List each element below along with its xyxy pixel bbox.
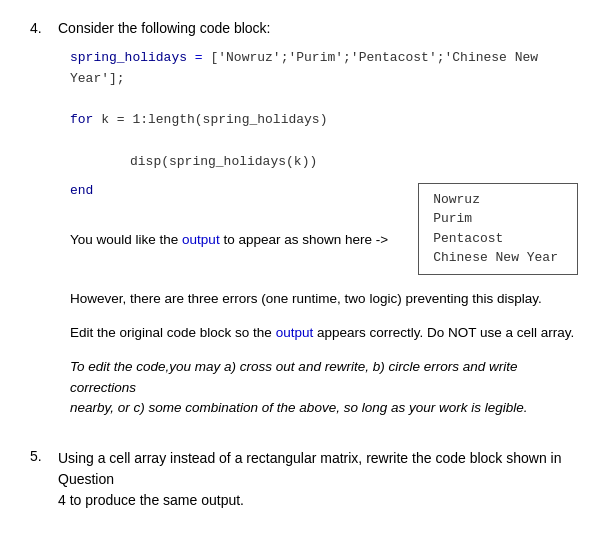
error-para-text: However, there are three errors (one run… bbox=[70, 291, 542, 306]
keyword-end: end bbox=[70, 183, 93, 198]
instructions-text: To edit the code,you may a) cross out an… bbox=[70, 359, 527, 415]
output-line-3: Pentacost bbox=[433, 229, 563, 249]
edit-paragraph: Edit the original code block so the outp… bbox=[70, 323, 579, 343]
output-word: output bbox=[182, 232, 220, 247]
output-box: Nowruz Purim Pentacost Chinese New Year bbox=[418, 183, 578, 275]
edit-para-start: Edit the original code block so the bbox=[70, 325, 276, 340]
var-spring-holidays: spring_holidays bbox=[70, 50, 187, 65]
would-like-text-before: You would like the bbox=[70, 232, 182, 247]
question-4-block: 4. Consider the following code block: sp… bbox=[30, 20, 579, 418]
question-5-block: 5. Using a cell array instead of a recta… bbox=[30, 448, 579, 511]
output-line-2: Purim bbox=[433, 209, 563, 229]
code-block: spring_holidays = ['Nowruz';'Purim';'Pen… bbox=[70, 48, 579, 173]
end-and-would-like: end You would like the output to appear … bbox=[70, 183, 398, 247]
edit-output-word: output bbox=[276, 325, 314, 340]
code-line-for: for k = 1:length(spring_holidays) bbox=[70, 110, 579, 131]
question-4-intro: Consider the following code block: bbox=[58, 20, 270, 36]
code-line-1: spring_holidays = ['Nowruz';'Purim';'Pen… bbox=[70, 48, 579, 90]
question-4-header: 4. Consider the following code block: bbox=[30, 20, 579, 36]
code-line-disp: disp(spring_holidays(k)) bbox=[70, 152, 579, 173]
would-like-row-inline: You would like the output to appear as s… bbox=[70, 232, 388, 247]
keyword-for: for bbox=[70, 112, 93, 127]
instructions-paragraph: To edit the code,you may a) cross out an… bbox=[70, 357, 579, 418]
question-5-header: 5. Using a cell array instead of a recta… bbox=[30, 448, 579, 511]
output-line-1: Nowruz bbox=[433, 190, 563, 210]
would-like-text-after: to appear as shown here -> bbox=[220, 232, 388, 247]
code-for-rest: k = 1:length(spring_holidays) bbox=[93, 112, 327, 127]
error-paragraph: However, there are three errors (one run… bbox=[70, 289, 579, 309]
question-4-number: 4. bbox=[30, 20, 50, 36]
edit-para-end: appears correctly. Do NOT use a cell arr… bbox=[313, 325, 574, 340]
output-line-4: Chinese New Year bbox=[433, 248, 563, 268]
end-line: end bbox=[70, 183, 398, 198]
question-5-number: 5. bbox=[30, 448, 50, 464]
question-5-text: Using a cell array instead of a rectangu… bbox=[58, 448, 579, 511]
output-area: end You would like the output to appear … bbox=[70, 183, 579, 275]
code-disp: disp(spring_holidays(k)) bbox=[130, 154, 317, 169]
equals-sign: = bbox=[187, 50, 203, 65]
